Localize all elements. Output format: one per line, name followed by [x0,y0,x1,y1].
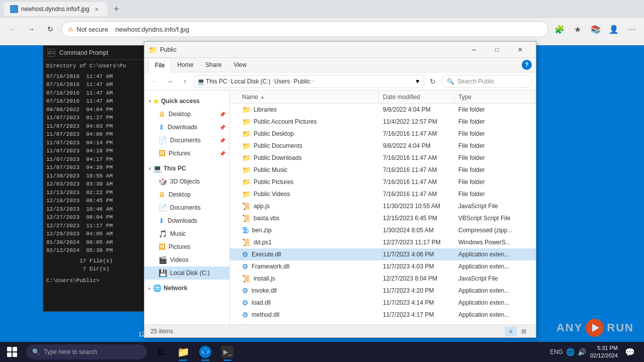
table-row[interactable]: ⚙ Execute.dll 11/7/2023 4:06 PM Applicat… [230,248,536,260]
column-header-type[interactable]: Type [454,90,535,103]
sidebar-item-music[interactable]: 🎵 Music [144,227,229,240]
profile-button[interactable]: 👤 [606,21,622,37]
pin-icon-doc: 📌 [219,138,225,143]
taskbar-app-edge[interactable] [195,342,215,362]
sidebar-item-downloads[interactable]: ⬇ Downloads [144,214,229,227]
sidebar-item-documents[interactable]: 📄 Documents [144,201,229,214]
language-icon[interactable]: ENG [550,348,563,355]
start-button[interactable] [0,342,24,362]
file-date-cell: 11/7/2023 4:17 PM [379,309,454,320]
close-button[interactable]: ✕ [509,42,532,58]
breadcrumb-local-disk[interactable]: Local Disk (C:) [231,78,271,85]
table-row[interactable]: 📁 Public Downloads 7/16/2016 11:47 AM Fi… [230,152,536,164]
breadcrumb-sep-1: › [228,78,230,84]
edge-icon [199,346,211,358]
sidebar-item-downloads-qa[interactable]: ⬇ Downloads 📌 [144,121,229,134]
sidebar-item-videos[interactable]: 🎬 Videos [144,253,229,266]
sidebar-item-desktop[interactable]: 🖥 Desktop [144,188,229,201]
browser-tab[interactable]: 🌐 newhost.dyndns.info/f.jpg ✕ [4,2,107,16]
column-header-date[interactable]: Date modified [379,90,454,103]
sidebar-item-3d-objects[interactable]: 🎲 3D Objects [144,175,229,188]
network-tray-icon[interactable]: 🌐 [566,348,575,356]
breadcrumb-dropdown[interactable]: ▼ [415,78,421,85]
sidebar-item-local-disk[interactable]: 💾 Local Disk (C:) [144,266,229,280]
sidebar-item-pictures[interactable]: 🖼 Pictures [144,240,229,253]
taskbar-app-task-view[interactable]: ⧉ [151,342,171,362]
help-button-ribbon[interactable]: ? [522,60,532,70]
ribbon-tab-view[interactable]: View [227,58,253,72]
ribbon-tab-file[interactable]: File [148,58,171,72]
tiles-view-button[interactable]: ⊞ [518,326,530,336]
volume-icon[interactable]: 🔊 [578,348,586,356]
taskbar-app-file-explorer[interactable]: 📁 [173,342,193,362]
table-row[interactable]: ⚙ method.dll 11/7/2023 4:17 PM Applicati… [230,309,536,321]
downloads-icon: ⬇ [158,123,165,131]
file-name-cell: 📜 dd.ps1 [238,236,379,248]
quick-access-chevron: ▾ [148,99,151,104]
address-text: Not secure newhost.dyndns.info/f.jpg [76,26,542,33]
nav-up-button[interactable]: ↑ [179,75,192,88]
file-size-cell [535,128,536,139]
notification-icon: 💬 [625,347,635,357]
nav-forward-button[interactable]: → [164,75,177,88]
file-type-cell: File folder [454,104,535,115]
refresh-button[interactable]: ↻ [426,75,439,88]
taskbar-clock[interactable]: 5:31 PM 02/12/2024 [590,344,618,360]
menu-button[interactable]: ⋯ [624,21,640,37]
file-name-cell: 📁 Public Account Pictures [238,116,379,127]
file-icon: 📁 [242,166,251,174]
table-row[interactable]: 📁 Public Videos 7/16/2016 11:47 AM File … [230,188,536,200]
address-bar[interactable]: ⚠ Not secure newhost.dyndns.info/f.jpg [61,21,548,37]
notification-button[interactable]: 💬 [622,344,638,360]
breadcrumb-bar[interactable]: 💻 This PC › Local Disk (C:) › Users › Pu… [194,75,424,88]
table-row[interactable]: ⚙ Framework.dll 11/7/2023 4:03 PM Applic… [230,260,536,273]
ribbon-tab-home[interactable]: Home [171,58,199,72]
reload-button[interactable]: ↻ [42,21,58,37]
table-row[interactable]: 📁 Public Pictures 7/16/2016 11:47 AM Fil… [230,176,536,188]
table-row[interactable]: 📜 dd.ps1 12/27/2023 11:17 PM Windows Pow… [230,236,536,248]
minimize-button[interactable]: ─ [462,42,486,58]
table-row[interactable]: 📁 Libraries 9/8/2022 4:04 PM File folder [230,104,536,116]
table-row[interactable]: ⚙ msg.dll 1/30/2024 4:05 AM Application … [230,321,536,324]
table-row[interactable]: 📜 install.js 12/27/2023 8:04 PM JavaScri… [230,273,536,285]
file-type-cell: Windows PowerS... [454,236,535,248]
table-row[interactable]: 📜 basta.vbs 12/15/2023 6:45 PM VBScript … [230,212,536,224]
sidebar-this-pc[interactable]: ▾ 💻 This PC [144,162,229,175]
maximize-button[interactable]: □ [486,42,509,58]
table-row[interactable]: 🗜 ben.zip 1/30/2024 8:05 AM Compressed (… [230,224,536,236]
clock-time: 5:31 PM [590,344,618,352]
collections-button[interactable]: 📚 [588,21,604,37]
sidebar-item-documents-qa[interactable]: 📄 Documents 📌 [144,134,229,147]
search-box[interactable]: 🔍 Search Public [441,75,532,88]
breadcrumb-users[interactable]: Users [274,78,290,85]
details-view-button[interactable]: ≡ [505,326,517,336]
column-header-size[interactable]: Size [535,90,536,103]
column-header-name[interactable]: Name ▲ [238,90,379,103]
sidebar-quick-access[interactable]: ▾ ⭐ Quick access [144,95,229,108]
table-row[interactable]: 📁 Public Desktop 7/16/2016 11:47 AM File… [230,128,536,140]
table-row[interactable]: ⚙ load.dll 11/7/2023 4:14 PM Application… [230,297,536,309]
taskbar-search[interactable]: 🔍 Type here to search [26,344,147,359]
file-size-cell: 1 KB [535,212,536,224]
new-tab-button[interactable]: + [109,2,123,16]
nav-back-button[interactable]: ← [148,75,162,88]
ribbon-tab-share[interactable]: Share [199,58,227,72]
breadcrumb-public[interactable]: Public [294,78,310,85]
extensions-button[interactable]: 🧩 [551,21,568,37]
sidebar: ▾ ⭐ Quick access 🖥 Desktop 📌 ⬇ Downloads… [144,90,230,324]
taskbar-app-terminal[interactable]: ▶_ [217,342,237,362]
table-row[interactable]: ⚙ invoke.dll 11/7/2023 4:20 PM Applicati… [230,285,536,297]
sidebar-item-pictures-qa[interactable]: 🖼 Pictures 📌 [144,147,229,160]
sidebar-item-desktop-qa[interactable]: 🖥 Desktop 📌 [144,108,229,121]
tab-close-button[interactable]: ✕ [92,5,101,14]
favorites-button[interactable]: ★ [570,21,586,37]
table-row[interactable]: 📁 Public Account Pictures 11/4/2022 12:5… [230,116,536,128]
table-row[interactable]: 📜 app.js 11/30/2023 10:55 AM JavaScript … [230,200,536,212]
back-button[interactable]: ← [4,21,20,37]
table-row[interactable]: 📁 Public Music 7/16/2016 11:47 AM File f… [230,164,536,176]
forward-button[interactable]: → [23,21,39,37]
breadcrumb-this-pc[interactable]: 💻 This PC [197,78,227,85]
sidebar-network[interactable]: ▸ 🌐 Network [144,282,229,295]
table-row[interactable]: 📁 Public Documents 9/8/2022 4:04 PM File… [230,140,536,152]
file-name-cell: ⚙ msg.dll [238,321,379,324]
